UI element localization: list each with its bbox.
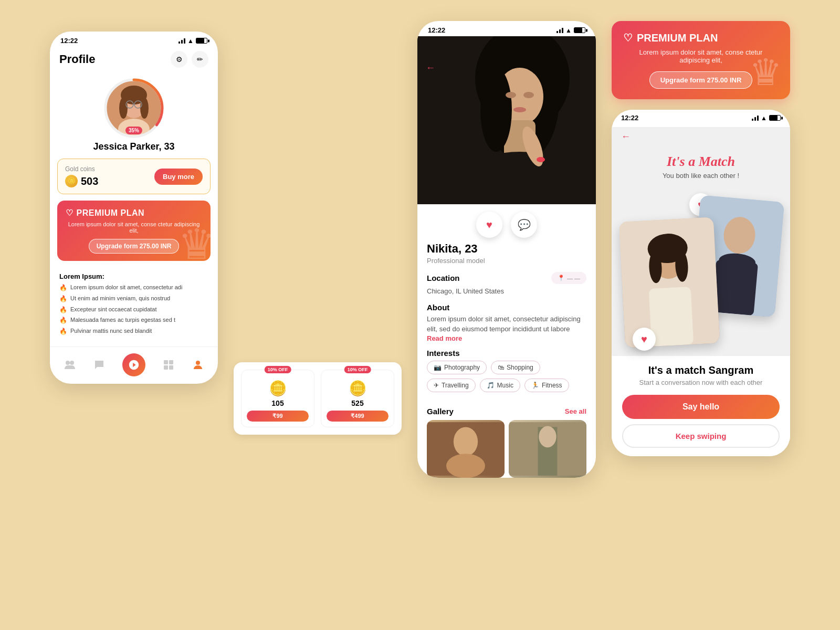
wifi-icon-match: ▲ (761, 114, 767, 122)
interests-title: Interests (427, 349, 586, 358)
home-icon (128, 359, 140, 371)
coin-pack-1: 10% OFF 🪙 105 ₹99 (241, 370, 314, 427)
coin-buy-button[interactable]: ₹499 (327, 411, 388, 422)
buy-more-button[interactable]: Buy more (154, 169, 203, 185)
see-all-link[interactable]: See all (565, 407, 586, 415)
coins-box: Gold coins 🪙 503 Buy more (57, 159, 211, 194)
coins-label: Gold coins (65, 165, 98, 173)
about-text: Lorem ipsum dolor sit amet, consectetur … (427, 314, 586, 334)
premium-standalone-card: ♡ PREMIUM PLAN Lorem ipsum dolor sit ame… (612, 21, 790, 99)
nav-profile[interactable] (192, 359, 204, 371)
match-title: It's a Match (612, 146, 790, 172)
section-header: Location 📍 — — (427, 272, 586, 284)
discount-badge: 10% OFF (265, 366, 291, 373)
action-buttons: ♥ 💬 (417, 204, 596, 242)
settings-button[interactable]: ⚙ (171, 51, 187, 68)
coins-value: 503 (81, 175, 98, 187)
svg-point-11 (66, 361, 70, 365)
discover-icon (162, 359, 175, 371)
read-more-link[interactable]: Read more (427, 334, 586, 342)
girl-photo (417, 36, 596, 204)
nav-discover[interactable] (162, 359, 175, 371)
page-title: Profile (59, 52, 95, 66)
signal-icon-match (752, 116, 759, 121)
keep-swiping-button[interactable]: Keep swiping (622, 424, 780, 448)
nav-home[interactable] (122, 353, 145, 376)
phone-profile: 12:22 ▲ Profile ⚙ ✏ (50, 32, 218, 384)
signal-icon-2 (556, 28, 563, 33)
header-icons: ⚙ ✏ (171, 51, 208, 68)
nav-chat[interactable] (93, 359, 106, 371)
svg-rect-14 (169, 360, 173, 364)
gallery-photo-2 (509, 420, 586, 478)
list-item: 🔥 Ut enim ad minim veniam, quis nostrud (59, 295, 208, 303)
location-chip: 📍 — — (551, 272, 586, 284)
plane-icon: ✈ (434, 382, 439, 389)
interests-tags: 📷 Photography 🛍 Shopping ✈ Travelling 🎵 … (427, 361, 586, 392)
gallery-header: Gallery See all (427, 407, 586, 416)
coin-icon: 🪙 (65, 175, 78, 187)
message-button[interactable]: 💬 (511, 212, 537, 238)
tag-shopping[interactable]: 🛍 Shopping (491, 361, 540, 374)
premium-standalone-title: ♡ PREMIUM PLAN (623, 32, 779, 44)
profile-name: Nikita, 23 (427, 242, 586, 256)
heart-icon-standalone: ♡ (623, 32, 633, 44)
tag-music[interactable]: 🎵 Music (480, 379, 520, 392)
fire-icon: 🔥 (59, 316, 67, 325)
back-button[interactable]: ← (426, 62, 435, 74)
bag-icon: 🛍 (498, 364, 504, 371)
edit-button[interactable]: ✏ (192, 51, 208, 68)
coin-buy-button[interactable]: ₹99 (247, 411, 309, 422)
phone-detail: 12:22 ▲ (417, 21, 596, 478)
about-section: About Lorem ipsum dolor sit amet, consec… (427, 303, 586, 342)
battery-icon-2 (574, 27, 585, 33)
tag-photography[interactable]: 📷 Photography (427, 361, 487, 374)
upgrade-button-standalone[interactable]: Upgrade form 275.00 INR (649, 71, 753, 89)
signal-icon (178, 38, 185, 44)
gallery-grid (427, 420, 586, 478)
premium-card: ♡ PREMIUM PLAN Lorem ipsum dolor sit ame… (57, 201, 211, 261)
gallery-item-1[interactable] (427, 420, 505, 478)
interests-section: Interests 📷 Photography 🛍 Shopping ✈ Tra… (427, 349, 586, 392)
phone-match: 12:22 ▲ ← It's a Match You both like eac… (612, 110, 790, 456)
music-icon: 🎵 (487, 382, 495, 389)
premium-title: ♡ PREMIUM PLAN (66, 208, 202, 218)
pin-icon: 📍 (558, 275, 565, 281)
lorem-list: Lorem Ipsum: 🔥 Lorem ipsum dolor sit ame… (50, 268, 218, 342)
like-button[interactable]: ♥ (476, 212, 502, 238)
location-title: Location (427, 274, 460, 282)
match-content: ← It's a Match You both like each other … (612, 127, 790, 456)
say-hello-button[interactable]: Say hello (622, 395, 780, 419)
fire-icon: 🔥 (59, 295, 67, 303)
coin-stack-icon: 🪙 (327, 380, 388, 397)
match-name-sub: Start a conversation now with each other (622, 379, 780, 386)
location-chip-text: — — (567, 275, 580, 281)
status-bar-match: 12:22 ▲ (612, 110, 790, 127)
tag-travelling[interactable]: ✈ Travelling (427, 379, 476, 392)
fire-icon: 🔥 (59, 306, 67, 314)
svg-point-29 (523, 92, 534, 98)
svg-point-27 (513, 107, 526, 112)
profile-icon (192, 359, 204, 371)
list-item: 🔥 Lorem ipsum dolor sit amet, consectetu… (59, 284, 208, 292)
coins-amount: 🪙 503 (65, 175, 98, 187)
tag-fitness[interactable]: 🏃 Fitness (524, 379, 569, 392)
detail-content: Nikita, 23 Professional model Location 📍… (417, 242, 596, 407)
status-time-match: 12:22 (621, 114, 638, 122)
about-title: About (427, 303, 586, 312)
match-photos: ♥ (622, 188, 780, 356)
svg-rect-16 (169, 365, 173, 370)
fitness-icon: 🏃 (531, 382, 539, 389)
nav-matches[interactable] (64, 359, 76, 371)
gallery-item-2[interactable] (509, 420, 586, 478)
hero-image: ← (417, 36, 596, 204)
coins-shop: 10% OFF 🪙 105 ₹99 10% OFF 🪙 525 ₹499 (234, 362, 402, 435)
gallery-title: Gallery (427, 407, 454, 416)
lorem-title: Lorem Ipsum: (59, 272, 208, 280)
match-subtitle: You both like each other ! (612, 172, 790, 180)
coin-pack-count: 525 (327, 399, 388, 407)
svg-point-28 (506, 92, 516, 98)
upgrade-button[interactable]: Upgrade form 275.00 INR (89, 239, 180, 254)
match-back[interactable]: ← (612, 127, 790, 146)
profile-header: Profile ⚙ ✏ (50, 47, 218, 74)
